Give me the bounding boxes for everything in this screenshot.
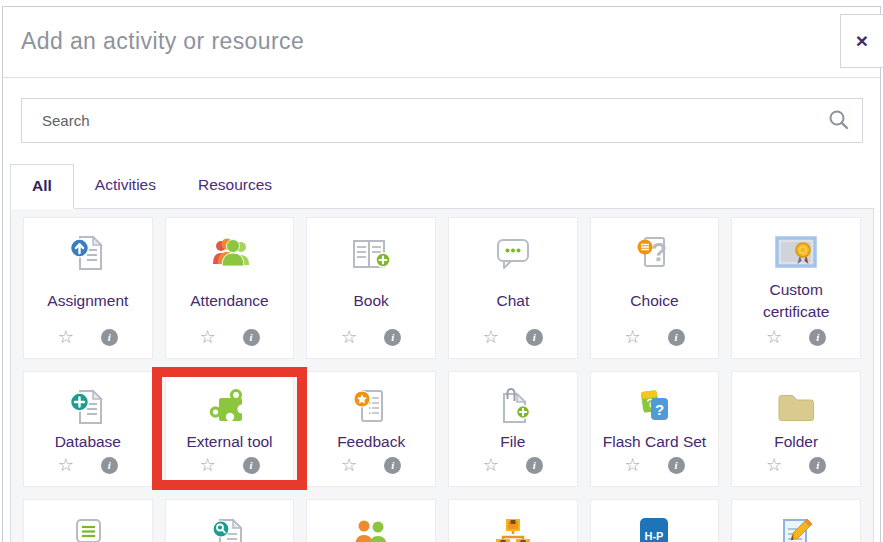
star-icon[interactable]: ☆ (199, 456, 215, 474)
info-icon[interactable]: i (526, 457, 543, 474)
feedback-icon (351, 384, 391, 430)
info-icon[interactable]: i (809, 457, 826, 474)
tab-activities[interactable]: Activities (74, 164, 177, 208)
star-icon[interactable]: ☆ (58, 328, 74, 346)
assignment-icon (68, 230, 108, 276)
star-icon[interactable]: ☆ (483, 456, 499, 474)
tile-assignment[interactable]: Assignment ☆ i (23, 217, 153, 359)
search-icon[interactable] (828, 109, 850, 131)
lesson-icon (492, 512, 534, 542)
tile-feedback[interactable]: Feedback ☆ i (306, 371, 436, 487)
database-icon (68, 384, 108, 430)
star-icon[interactable]: ☆ (341, 328, 357, 346)
tile-lesson[interactable]: ☆ i (448, 499, 578, 542)
info-icon[interactable]: i (384, 329, 401, 346)
info-icon[interactable]: i (809, 329, 826, 346)
tile-folder[interactable]: Folder ☆ i (731, 371, 861, 487)
choice-icon: ? (634, 230, 674, 276)
tile-flash-card-set[interactable]: ? ? Flash Card Set ☆ i (590, 371, 720, 487)
folder-icon (774, 384, 818, 430)
tile-journal[interactable]: ☆ i (731, 499, 861, 542)
book-icon (350, 230, 392, 276)
tile-label[interactable]: Chat (496, 276, 529, 325)
svg-text:?: ? (652, 237, 668, 267)
info-icon[interactable]: i (668, 457, 685, 474)
chat-icon (492, 230, 534, 276)
module-panel: Assignment ☆ i (10, 208, 874, 542)
tile-label[interactable]: File (500, 430, 525, 453)
tile-label[interactable]: External tool (186, 430, 272, 453)
tile-database[interactable]: Database ☆ i (23, 371, 153, 487)
tile-attendance[interactable]: Attendance ☆ i (165, 217, 295, 359)
star-icon[interactable]: ☆ (341, 456, 357, 474)
star-icon[interactable]: ☆ (483, 328, 499, 346)
tile-label[interactable]: Custom certificate (735, 276, 857, 325)
forum-icon (68, 512, 108, 542)
tile-external-tool[interactable]: External tool ☆ i (165, 371, 295, 487)
external-tool-icon (207, 384, 251, 430)
star-icon[interactable]: ☆ (766, 328, 782, 346)
close-button[interactable]: × (840, 14, 883, 68)
tile-chat[interactable]: Chat ☆ i (448, 217, 578, 359)
tile-custom-certificate[interactable]: Custom certificate ☆ i (731, 217, 861, 359)
custom-certificate-icon (774, 230, 818, 276)
tile-label[interactable]: Book (353, 276, 388, 325)
tile-label[interactable]: Attendance (190, 276, 268, 325)
search-bar (21, 98, 863, 143)
tile-group-choice[interactable]: ☆ i (306, 499, 436, 542)
search-input[interactable] (21, 98, 863, 143)
tile-label[interactable]: Folder (774, 430, 818, 453)
info-icon[interactable]: i (668, 329, 685, 346)
info-icon[interactable]: i (243, 329, 260, 346)
info-icon[interactable]: i (526, 329, 543, 346)
tile-label[interactable]: Assignment (47, 276, 128, 325)
tab-resources[interactable]: Resources (177, 164, 293, 208)
tile-book[interactable]: Book ☆ i (306, 217, 436, 359)
svg-text:?: ? (655, 401, 664, 418)
attendance-icon (208, 230, 250, 276)
info-icon[interactable]: i (101, 329, 118, 346)
module-grid: Assignment ☆ i (23, 217, 861, 542)
tile-h5p[interactable]: H-P ☆ i (590, 499, 720, 542)
tile-forum[interactable]: ☆ i (23, 499, 153, 542)
h5p-icon: H-P (635, 512, 673, 542)
svg-text:H-P: H-P (645, 530, 664, 542)
tile-choice[interactable]: ? Choice ☆ i (590, 217, 720, 359)
tile-label[interactable]: Feedback (337, 430, 405, 453)
add-activity-dialog: Add an activity or resource × All Activi… (2, 6, 881, 542)
file-icon (493, 384, 533, 430)
page-title: Add an activity or resource (21, 28, 304, 55)
star-icon[interactable]: ☆ (624, 328, 640, 346)
journal-icon (776, 512, 816, 542)
tile-file[interactable]: File ☆ i (448, 371, 578, 487)
glossary-icon (209, 512, 249, 542)
dialog-header: Add an activity or resource × (3, 7, 880, 78)
info-icon[interactable]: i (101, 457, 118, 474)
group-choice-icon (350, 512, 392, 542)
star-icon[interactable]: ☆ (624, 456, 640, 474)
tab-bar: All Activities Resources (10, 164, 880, 208)
star-icon[interactable]: ☆ (58, 456, 74, 474)
tile-label[interactable]: Flash Card Set (603, 430, 706, 453)
star-icon[interactable]: ☆ (766, 456, 782, 474)
flash-card-set-icon: ? ? (634, 384, 674, 430)
tile-glossary[interactable]: ☆ i (165, 499, 295, 542)
star-icon[interactable]: ☆ (199, 328, 215, 346)
tile-label[interactable]: Database (55, 430, 121, 453)
tab-all[interactable]: All (10, 164, 74, 209)
info-icon[interactable]: i (243, 457, 260, 474)
tile-label[interactable]: Choice (630, 276, 678, 325)
info-icon[interactable]: i (384, 457, 401, 474)
